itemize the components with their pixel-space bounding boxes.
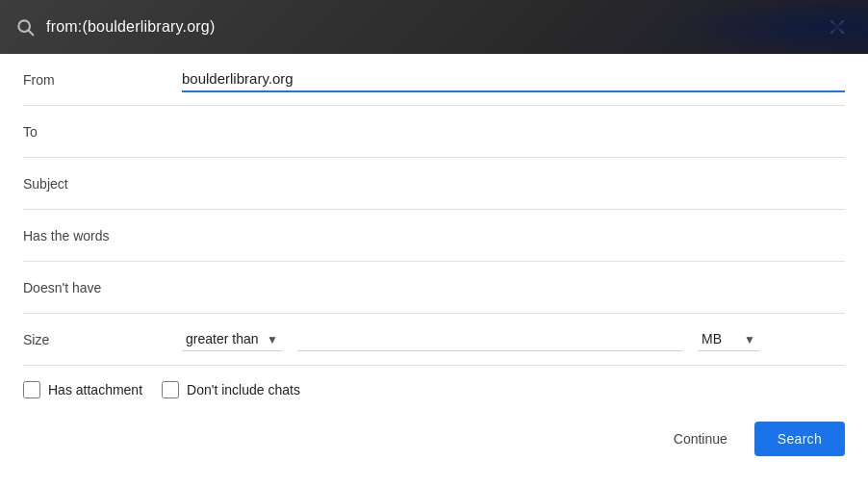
svg-line-1 xyxy=(29,31,34,36)
size-row: Size greater than less than ▼ MB KB Byte… xyxy=(23,314,845,366)
size-unit-select[interactable]: MB KB Bytes xyxy=(698,327,759,351)
from-input[interactable] xyxy=(182,66,845,92)
has-attachment-label: Has attachment xyxy=(48,382,142,397)
size-comparator-wrap: greater than less than ▼ xyxy=(182,327,282,351)
subject-input[interactable] xyxy=(182,171,845,195)
size-value-input[interactable] xyxy=(297,327,682,351)
has-words-row: Has the words xyxy=(23,210,845,262)
subject-label: Subject xyxy=(23,176,182,192)
to-input[interactable] xyxy=(182,119,845,143)
doesnt-have-row: Doesn't have xyxy=(23,262,845,314)
size-unit-wrap: MB KB Bytes ▼ xyxy=(698,327,759,351)
from-row: From xyxy=(23,54,845,106)
checkbox-row: Has attachment Don't include chats xyxy=(23,366,845,414)
search-form: From To Subject Has the words Doesn't ha… xyxy=(0,54,868,472)
from-label: From xyxy=(23,72,182,88)
dont-include-chats-checkbox-item[interactable]: Don't include chats xyxy=(162,381,300,398)
action-row: Continue Search xyxy=(23,414,845,472)
doesnt-have-input[interactable] xyxy=(182,275,845,299)
size-label: Size xyxy=(23,332,182,347)
dont-include-chats-label: Don't include chats xyxy=(187,382,300,397)
size-comparator-select[interactable]: greater than less than xyxy=(182,327,282,351)
search-icon xyxy=(15,17,35,37)
has-words-label: Has the words xyxy=(23,228,182,244)
search-query-text: from:(boulderlibrary.org) xyxy=(46,18,810,36)
has-attachment-checkbox-item[interactable]: Has attachment xyxy=(23,381,142,398)
top-bar: from:(boulderlibrary.org) xyxy=(0,0,868,54)
dont-include-chats-checkbox[interactable] xyxy=(162,381,179,398)
doesnt-have-label: Doesn't have xyxy=(23,280,182,295)
subject-row: Subject xyxy=(23,158,845,210)
has-attachment-checkbox[interactable] xyxy=(23,381,40,398)
has-words-input[interactable] xyxy=(182,223,845,247)
to-label: To xyxy=(23,124,182,140)
size-controls: greater than less than ▼ MB KB Bytes ▼ xyxy=(182,327,845,351)
search-button[interactable]: Search xyxy=(754,422,845,456)
continue-button[interactable]: Continue xyxy=(658,423,743,454)
to-row: To xyxy=(23,106,845,158)
close-button[interactable] xyxy=(822,12,853,42)
